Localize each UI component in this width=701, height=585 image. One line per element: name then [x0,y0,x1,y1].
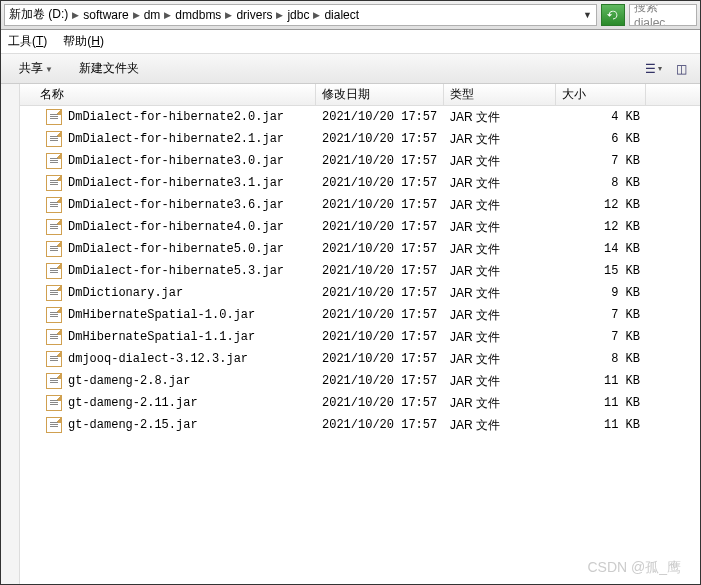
view-button[interactable]: ☰▾ [641,59,665,79]
file-name: DmHibernateSpatial-1.1.jar [68,330,255,344]
file-type: JAR 文件 [444,327,556,348]
menu-bar: 工具(T) 帮助(H) [0,30,701,54]
file-row[interactable]: DmDialect-for-hibernate3.0.jar2021/10/20… [20,150,701,172]
file-icon [46,131,62,147]
file-row[interactable]: DmDialect-for-hibernate2.1.jar2021/10/20… [20,128,701,150]
file-name: DmDialect-for-hibernate5.0.jar [68,242,284,256]
chevron-right-icon[interactable]: ▶ [133,10,140,20]
file-row[interactable]: DmDialect-for-hibernate2.0.jar2021/10/20… [20,106,701,128]
crumb-part[interactable]: drivers [236,8,272,22]
file-size: 11 KB [556,416,646,434]
file-icon [46,285,62,301]
search-placeholder: 搜索 dialec [634,4,692,26]
column-type[interactable]: 类型 [444,84,556,105]
file-size: 14 KB [556,240,646,258]
crumb-part[interactable]: jdbc [287,8,309,22]
toolbar: 共享▼ 新建文件夹 ☰▾ ◫ [0,54,701,84]
file-date: 2021/10/20 17:57 [316,372,444,390]
file-icon [46,417,62,433]
breadcrumb[interactable]: 新加卷 (D:) ▶ software ▶ dm ▶ dmdbms ▶ driv… [4,4,597,26]
file-icon [46,153,62,169]
menu-tools[interactable]: 工具(T) [8,33,47,50]
column-date[interactable]: 修改日期 [316,84,444,105]
file-icon [46,351,62,367]
file-size: 8 KB [556,174,646,192]
preview-pane-button[interactable]: ◫ [669,59,693,79]
file-type: JAR 文件 [444,239,556,260]
file-type: JAR 文件 [444,217,556,238]
file-type: JAR 文件 [444,415,556,436]
crumb-part[interactable]: software [83,8,128,22]
file-date: 2021/10/20 17:57 [316,284,444,302]
new-folder-button[interactable]: 新建文件夹 [68,56,150,81]
column-size[interactable]: 大小 [556,84,646,105]
pane-icon: ◫ [676,62,687,76]
crumb-part[interactable]: dmdbms [175,8,221,22]
file-type: JAR 文件 [444,195,556,216]
address-bar: 新加卷 (D:) ▶ software ▶ dm ▶ dmdbms ▶ driv… [0,0,701,30]
share-button[interactable]: 共享▼ [8,56,64,81]
file-name: gt-dameng-2.15.jar [68,418,198,432]
menu-help[interactable]: 帮助(H) [63,33,104,50]
chevron-right-icon[interactable]: ▶ [313,10,320,20]
file-icon [46,395,62,411]
crumb-part[interactable]: dm [144,8,161,22]
sidebar [0,84,20,585]
file-row[interactable]: gt-dameng-2.8.jar2021/10/20 17:57JAR 文件1… [20,370,701,392]
file-row[interactable]: DmDialect-for-hibernate5.0.jar2021/10/20… [20,238,701,260]
file-icon [46,241,62,257]
chevron-right-icon[interactable]: ▶ [72,10,79,20]
file-row[interactable]: DmHibernateSpatial-1.0.jar2021/10/20 17:… [20,304,701,326]
file-name: DmDialect-for-hibernate3.1.jar [68,176,284,190]
file-row[interactable]: gt-dameng-2.15.jar2021/10/20 17:57JAR 文件… [20,414,701,436]
file-type: JAR 文件 [444,173,556,194]
file-type: JAR 文件 [444,393,556,414]
file-type: JAR 文件 [444,129,556,150]
file-type: JAR 文件 [444,261,556,282]
file-name: dmjooq-dialect-3.12.3.jar [68,352,248,366]
file-row[interactable]: DmDictionary.jar2021/10/20 17:57JAR 文件9 … [20,282,701,304]
file-size: 4 KB [556,108,646,126]
file-area: 名称 修改日期 类型 大小 DmDialect-for-hibernate2.0… [20,84,701,585]
file-date: 2021/10/20 17:57 [316,262,444,280]
chevron-down-icon[interactable]: ▼ [583,10,592,20]
file-row[interactable]: DmHibernateSpatial-1.1.jar2021/10/20 17:… [20,326,701,348]
column-headers: 名称 修改日期 类型 大小 [20,84,701,106]
file-size: 7 KB [556,306,646,324]
file-size: 15 KB [556,262,646,280]
column-name[interactable]: 名称 [20,84,316,105]
file-size: 8 KB [556,350,646,368]
file-icon [46,197,62,213]
file-date: 2021/10/20 17:57 [316,130,444,148]
file-icon [46,307,62,323]
crumb-part[interactable]: dialect [324,8,359,22]
file-size: 7 KB [556,328,646,346]
file-row[interactable]: DmDialect-for-hibernate3.6.jar2021/10/20… [20,194,701,216]
file-row[interactable]: dmjooq-dialect-3.12.3.jar2021/10/20 17:5… [20,348,701,370]
search-input[interactable]: 搜索 dialec [629,4,697,26]
file-size: 12 KB [556,196,646,214]
file-row[interactable]: DmDialect-for-hibernate5.3.jar2021/10/20… [20,260,701,282]
file-name: DmDialect-for-hibernate2.1.jar [68,132,284,146]
file-icon [46,373,62,389]
file-name: gt-dameng-2.8.jar [68,374,190,388]
file-row[interactable]: gt-dameng-2.11.jar2021/10/20 17:57JAR 文件… [20,392,701,414]
file-row[interactable]: DmDialect-for-hibernate4.0.jar2021/10/20… [20,216,701,238]
file-size: 11 KB [556,394,646,412]
file-row[interactable]: DmDialect-for-hibernate3.1.jar2021/10/20… [20,172,701,194]
chevron-right-icon[interactable]: ▶ [164,10,171,20]
file-icon [46,109,62,125]
chevron-down-icon: ▼ [45,65,53,74]
crumb-root[interactable]: 新加卷 (D:) [9,6,68,23]
chevron-right-icon[interactable]: ▶ [225,10,232,20]
file-date: 2021/10/20 17:57 [316,196,444,214]
file-name: DmDialect-for-hibernate5.3.jar [68,264,284,278]
chevron-right-icon[interactable]: ▶ [276,10,283,20]
refresh-button[interactable] [601,4,625,26]
file-size: 11 KB [556,372,646,390]
watermark: CSDN @孤_鹰 [587,559,681,577]
file-icon [46,263,62,279]
file-name: gt-dameng-2.11.jar [68,396,198,410]
file-type: JAR 文件 [444,151,556,172]
list-icon: ☰ [645,62,656,76]
